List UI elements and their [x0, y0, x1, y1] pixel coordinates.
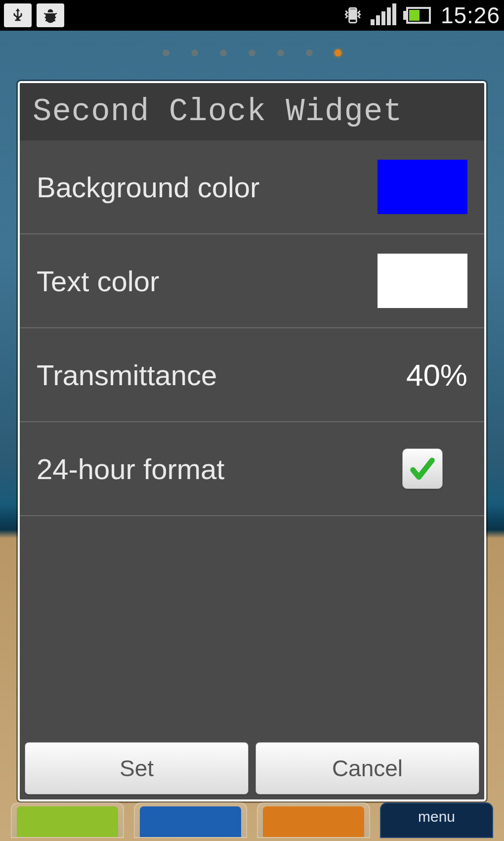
dialog-spacer: [20, 516, 484, 737]
row-label: Transmittance: [37, 358, 217, 392]
vibrate-icon: [342, 4, 364, 26]
dock-item[interactable]: [134, 802, 247, 838]
dock-menu-button[interactable]: menu: [380, 802, 493, 838]
row-label: 24-hour format: [37, 452, 224, 486]
widget-config-dialog: Second Clock Widget Background color Tex…: [18, 81, 486, 801]
set-button[interactable]: Set: [25, 742, 249, 795]
status-left: [4, 3, 342, 27]
svg-rect-1: [350, 10, 355, 19]
screen: 15:26 Second Clock Widget Background col…: [0, 0, 504, 841]
dialog-buttons: Set Cancel: [20, 737, 484, 799]
row-hour-format[interactable]: 24-hour format: [20, 422, 484, 516]
row-background-color[interactable]: Background color: [20, 140, 484, 234]
page-dot-active[interactable]: [335, 49, 341, 56]
battery-icon: [403, 7, 431, 24]
row-label: Text color: [37, 265, 159, 298]
text-color-swatch[interactable]: [378, 254, 467, 308]
check-icon: [408, 454, 437, 483]
page-indicator: [0, 49, 504, 56]
background-color-swatch[interactable]: [378, 160, 467, 214]
cancel-button[interactable]: Cancel: [255, 742, 479, 795]
signal-icon: [371, 5, 396, 25]
row-text-color[interactable]: Text color: [20, 234, 484, 328]
page-dot[interactable]: [277, 49, 284, 56]
transmittance-value: 40%: [406, 357, 467, 393]
page-dot[interactable]: [249, 49, 255, 56]
page-dot[interactable]: [191, 49, 198, 56]
bug-icon: [37, 3, 64, 27]
dialog-title: Second Clock Widget: [20, 83, 484, 140]
status-right: 15:26: [342, 2, 500, 29]
row-label: Background color: [37, 171, 259, 204]
page-dot[interactable]: [163, 49, 169, 56]
dock-item[interactable]: [11, 802, 124, 838]
dialog-body: Background color Text color Transmittanc…: [20, 140, 484, 737]
page-dot[interactable]: [220, 49, 227, 56]
status-bar: 15:26: [0, 0, 504, 31]
status-clock: 15:26: [441, 2, 500, 29]
row-transmittance[interactable]: Transmittance 40%: [20, 328, 484, 422]
dock-menu-label: menu: [418, 808, 455, 825]
dock-item[interactable]: [257, 802, 370, 838]
dock: menu: [11, 802, 493, 838]
page-dot[interactable]: [306, 49, 313, 56]
hour-format-checkbox[interactable]: [402, 448, 443, 489]
usb-icon: [4, 3, 32, 27]
